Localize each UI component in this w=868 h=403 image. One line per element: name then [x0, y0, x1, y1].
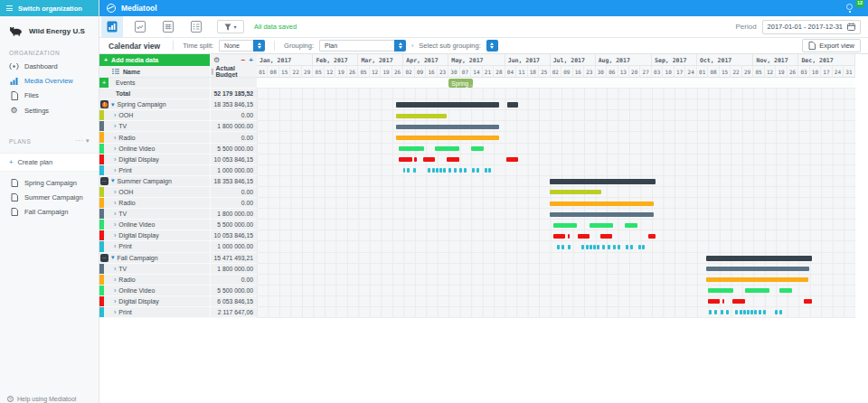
row-name-cell[interactable]: ›Digital Display — [99, 230, 210, 241]
gantt-bar[interactable] — [648, 234, 656, 239]
gantt-bar[interactable] — [435, 146, 458, 151]
gantt-bar[interactable] — [485, 168, 487, 173]
chevron-right-icon[interactable]: › — [114, 145, 116, 152]
chevron-right-icon[interactable]: › — [114, 135, 116, 141]
gantt-bar[interactable] — [743, 310, 746, 314]
sidebar-item-media-overview[interactable]: Media Overview — [0, 73, 99, 88]
gantt-bar[interactable] — [775, 310, 778, 314]
time-split-dropdown[interactable]: None — [219, 40, 265, 52]
create-plan-button[interactable]: + Create plan — [0, 153, 99, 172]
gantt-bar[interactable] — [553, 234, 565, 239]
gantt-bar[interactable] — [618, 245, 620, 249]
gantt-bar[interactable] — [447, 157, 458, 162]
row-name-cell[interactable]: ›Online Video — [99, 144, 210, 155]
filter-button[interactable]: ▾ — [217, 20, 244, 33]
gantt-bar[interactable] — [428, 168, 430, 173]
sidebar-item-files[interactable]: Files — [0, 88, 99, 103]
gantt-bar[interactable] — [722, 299, 724, 304]
row-name-cell[interactable]: ›OOH — [99, 187, 210, 198]
row-name-cell[interactable]: ›Print — [99, 241, 210, 252]
chevron-right-icon[interactable]: › — [114, 211, 116, 217]
chevron-right-icon[interactable]: › — [114, 232, 116, 239]
gantt-bar[interactable] — [754, 310, 757, 314]
row-name-cell[interactable]: ›Print — [99, 307, 210, 318]
row-name-cell[interactable]: ›Radio — [99, 198, 210, 209]
gantt-bar[interactable] — [735, 310, 738, 314]
gantt-bar[interactable] — [454, 168, 457, 173]
row-name-cell[interactable]: ›Radio — [99, 275, 210, 286]
gantt-bar[interactable] — [745, 288, 769, 293]
gantt-bar[interactable] — [706, 277, 808, 282]
gantt-bar[interactable] — [396, 136, 499, 140]
row-name-cell[interactable]: +Events — [99, 78, 210, 89]
name-column-header[interactable]: Name — [99, 66, 210, 78]
drag-handle-icon[interactable]: ∥ — [211, 68, 214, 75]
sidebar-item-dashboard[interactable]: Dashboard — [0, 59, 99, 73]
chevron-right-icon[interactable]: › — [114, 189, 116, 195]
zoom-in-button[interactable]: + — [249, 57, 253, 64]
gantt-bar[interactable] — [550, 212, 654, 217]
gantt-bar[interactable] — [459, 168, 462, 173]
period-input[interactable]: 2017-01-01 - 2017-12-31 — [762, 20, 861, 34]
chevron-down-icon[interactable]: ▾ — [111, 101, 115, 108]
notifications-button[interactable]: 12 — [844, 2, 861, 14]
chevron-right-icon[interactable]: › — [114, 200, 116, 206]
row-name-cell[interactable]: ›Radio — [99, 132, 210, 143]
gantt-bar[interactable] — [747, 310, 750, 314]
organization-switcher[interactable]: Wild Energy U.S — [0, 16, 99, 44]
gantt-bar[interactable] — [471, 146, 484, 151]
gantt-bar[interactable] — [590, 223, 613, 228]
gantt-bar[interactable] — [413, 168, 416, 173]
gantt-bar[interactable] — [561, 245, 564, 249]
gantt-bar[interactable] — [590, 245, 592, 249]
tab-checklist-view[interactable] — [185, 16, 207, 37]
gantt-bar[interactable] — [432, 168, 435, 173]
row-name-cell[interactable]: !▾Spring Campaign — [99, 99, 210, 110]
gantt-bar[interactable] — [593, 245, 596, 249]
gantt-bar[interactable] — [553, 223, 577, 228]
row-name-cell[interactable]: ›TV — [99, 264, 210, 275]
add-media-data-button[interactable]: + Add media data — [99, 54, 210, 66]
grouping-dropdown[interactable]: Plan — [319, 40, 406, 52]
gantt-bar[interactable] — [414, 157, 416, 162]
gantt-bar[interactable] — [750, 310, 753, 314]
gantt-bar[interactable] — [488, 168, 491, 173]
gantt-bar[interactable] — [472, 168, 475, 173]
gantt-bar[interactable] — [443, 168, 446, 173]
gantt-bar[interactable] — [436, 168, 439, 173]
gantt-bar[interactable] — [423, 157, 436, 162]
sidebar-plan-fall[interactable]: Fall Campaign — [0, 204, 99, 219]
gantt-bar[interactable] — [506, 157, 517, 162]
row-name-cell[interactable]: ⋯▾Fall Campaign — [99, 253, 210, 264]
gantt-bar[interactable] — [586, 245, 589, 249]
gantt-bar[interactable] — [568, 234, 570, 239]
row-name-cell[interactable]: ⋯▾Summer Campaign — [99, 176, 210, 187]
budget-column-header[interactable]: ∥ Actual Budget — [210, 66, 257, 78]
chevron-right-icon[interactable]: › — [114, 123, 116, 129]
chevron-right-icon[interactable]: › — [114, 266, 116, 272]
chevron-down-icon[interactable]: ▾ — [111, 177, 115, 184]
gantt-bar[interactable] — [476, 168, 479, 173]
gantt-bar[interactable] — [706, 267, 809, 271]
chevron-right-icon[interactable]: › — [114, 309, 116, 315]
sidebar-plan-summer[interactable]: Summer Campaign — [0, 190, 99, 204]
gantt-bar[interactable] — [507, 102, 518, 108]
zoom-out-button[interactable]: − — [241, 57, 246, 64]
subgrouping-dropdown[interactable] — [486, 40, 498, 52]
gantt-bar[interactable] — [721, 310, 723, 314]
row-name-cell[interactable]: ›TV — [99, 121, 210, 132]
spinner-icon[interactable] — [253, 40, 265, 52]
gantt-bar[interactable] — [597, 245, 599, 249]
gantt-bar[interactable] — [407, 168, 410, 173]
row-name-cell[interactable]: ›Online Video — [99, 286, 210, 296]
gantt-bar[interactable] — [630, 245, 633, 249]
gantt-bar[interactable] — [557, 245, 560, 249]
gantt-bar[interactable] — [708, 288, 732, 293]
gantt-bar[interactable] — [638, 245, 641, 249]
gantt-bar[interactable] — [550, 179, 656, 184]
event-badge[interactable]: Spring .. — [448, 79, 472, 88]
tab-report-view[interactable] — [129, 16, 151, 37]
gantt-bar[interactable] — [779, 288, 792, 293]
plans-menu-icon[interactable]: ··· ▾ — [76, 137, 90, 145]
gantt-bar[interactable] — [804, 299, 812, 304]
